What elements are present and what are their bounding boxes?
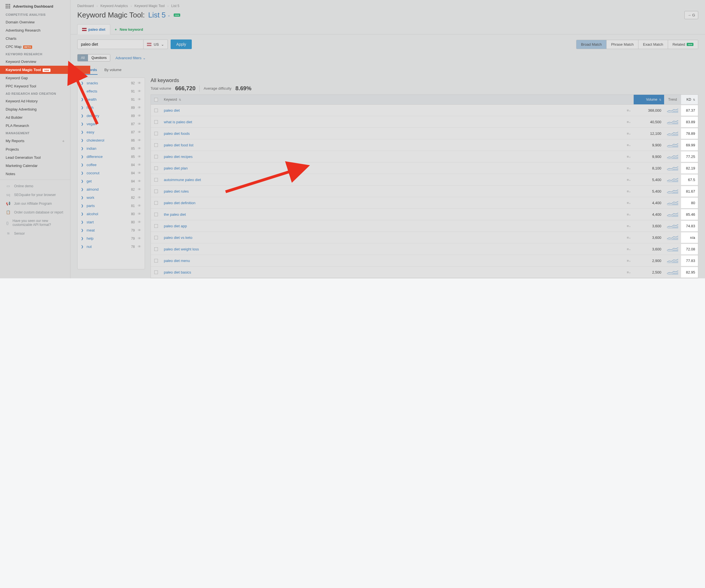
group-item[interactable]: ❯meat79👁 <box>78 226 145 234</box>
keyword-link[interactable]: autoimmune paleo diet <box>164 178 201 182</box>
keyword-link[interactable]: paleo diet food list <box>164 143 193 147</box>
group-item[interactable]: ❯difference85👁 <box>78 152 145 161</box>
keyword-link[interactable]: paleo diet weight loss <box>164 247 199 251</box>
add-to-list-icon[interactable]: ≡₊ <box>626 108 631 112</box>
keyword-link[interactable]: paleo diet foods <box>164 131 190 136</box>
group-item[interactable]: ❯almond82👁 <box>78 185 145 193</box>
group-item[interactable]: ❯snacks92👁 <box>78 79 145 87</box>
toggle-questions[interactable]: Questions <box>88 54 110 61</box>
eye-icon[interactable]: 👁 <box>138 154 141 159</box>
row-checkbox[interactable] <box>154 189 158 193</box>
sidebar-footer-item[interactable]: {}Have you seen our new customizable API… <box>0 217 70 229</box>
plus-icon[interactable]: + <box>62 138 64 143</box>
col-volume[interactable]: Volume <box>633 95 664 104</box>
add-to-list-icon[interactable]: ≡₊ <box>626 212 631 217</box>
sidebar-footer-item[interactable]: 📋Order custom database or report <box>0 208 70 217</box>
page-title-list[interactable]: List 5 ⌄ <box>148 11 170 19</box>
sidebar-item[interactable]: PPC Keyword Tool <box>0 82 70 90</box>
add-to-list-icon[interactable]: ≡₊ <box>626 131 631 136</box>
group-item[interactable]: ❯delivery89👁 <box>78 112 145 120</box>
row-checkbox[interactable] <box>154 132 158 135</box>
add-to-list-icon[interactable]: ≡₊ <box>626 166 631 170</box>
tab-new-keyword[interactable]: + New keyword <box>110 24 148 34</box>
add-to-list-icon[interactable]: ≡₊ <box>626 201 631 205</box>
keyword-link[interactable]: paleo diet definition <box>164 201 195 205</box>
group-item[interactable]: ❯vegan87👁 <box>78 120 145 128</box>
add-to-list-icon[interactable]: ≡₊ <box>626 224 631 228</box>
keyword-link[interactable]: paleo diet plan <box>164 166 188 170</box>
keyword-link[interactable]: paleo diet basics <box>164 270 191 274</box>
sidebar-item[interactable]: Lead Generation Tool <box>0 153 70 162</box>
group-item[interactable]: ❯alcohol80👁 <box>78 210 145 218</box>
group-item[interactable]: ❯nut78👁 <box>78 242 145 251</box>
match-related[interactable]: Relatednew <box>668 40 698 49</box>
sidebar-item[interactable]: Marketing Calendar <box>0 162 70 170</box>
row-checkbox[interactable] <box>154 236 158 239</box>
group-item[interactable]: ❯easy87👁 <box>78 128 145 136</box>
keyword-link[interactable]: paleo diet menu <box>164 259 190 263</box>
col-keyword[interactable]: Keyword <box>161 95 633 104</box>
group-item[interactable]: ❯start80👁 <box>78 218 145 226</box>
row-checkbox[interactable] <box>154 155 158 159</box>
eye-icon[interactable]: 👁 <box>138 236 141 240</box>
row-checkbox[interactable] <box>154 247 158 251</box>
row-checkbox[interactable] <box>154 270 158 274</box>
eye-icon[interactable]: 👁 <box>138 203 141 208</box>
sidebar-item[interactable]: Projects <box>0 145 70 153</box>
sidebar-footer-item[interactable]: sqSEOquake for your browser <box>0 190 70 199</box>
row-checkbox[interactable] <box>154 201 158 205</box>
eye-icon[interactable]: 👁 <box>138 163 141 167</box>
eye-icon[interactable]: 👁 <box>138 171 141 175</box>
eye-icon[interactable]: 👁 <box>138 105 141 110</box>
sidebar-item[interactable]: My Reports+ <box>0 136 70 145</box>
sidebar-item[interactable]: PLA Research <box>0 122 70 130</box>
group-item[interactable]: ❯indian85👁 <box>78 144 145 152</box>
row-checkbox[interactable] <box>154 224 158 228</box>
eye-icon[interactable]: 👁 <box>138 81 141 85</box>
sidebar-item[interactable]: Keyword Ad History <box>0 97 70 105</box>
sidebar-footer-item[interactable]: ▭Online demo <box>0 182 70 190</box>
group-item[interactable]: ❯effects91👁 <box>78 87 145 95</box>
sidebar-item[interactable]: Keyword Gap <box>0 74 70 82</box>
group-item[interactable]: ❯coconut84👁 <box>78 169 145 177</box>
row-checkbox[interactable] <box>154 213 158 216</box>
toggle-all[interactable]: All <box>78 54 88 61</box>
add-to-list-icon[interactable]: ≡₊ <box>626 259 631 263</box>
eye-icon[interactable]: 👁 <box>138 179 141 183</box>
sidebar-item[interactable]: Notes <box>0 170 70 178</box>
keyword-link[interactable]: the paleo diet <box>164 212 186 217</box>
breadcrumb-item[interactable]: Dashboard <box>77 4 94 8</box>
group-item[interactable]: ❯cholesterol86👁 <box>78 136 145 144</box>
match-exact-match[interactable]: Exact Match <box>639 40 668 49</box>
eye-icon[interactable]: 👁 <box>138 195 141 200</box>
select-all-checkbox[interactable] <box>154 98 158 101</box>
add-to-list-icon[interactable]: ≡₊ <box>626 154 631 159</box>
keyword-link[interactable]: paleo diet <box>164 108 180 112</box>
eye-icon[interactable]: 👁 <box>138 89 141 93</box>
add-to-list-icon[interactable]: ≡₊ <box>626 143 631 147</box>
eye-icon[interactable]: 👁 <box>138 220 141 224</box>
breadcrumb-item[interactable]: Keyword Magic Tool <box>135 4 165 8</box>
group-item[interactable]: ❯health91👁 <box>78 95 145 103</box>
row-checkbox[interactable] <box>154 259 158 263</box>
keyword-search-input[interactable] <box>77 40 144 49</box>
group-item[interactable]: ❯high89👁 <box>78 103 145 112</box>
group-item[interactable]: ❯work82👁 <box>78 193 145 201</box>
group-item[interactable]: ❯help79👁 <box>78 234 145 242</box>
eye-icon[interactable]: 👁 <box>138 114 141 118</box>
keyword-link[interactable]: paleo diet recipes <box>164 154 193 159</box>
sidebar-item[interactable]: Domain Overview <box>0 18 70 26</box>
match-phrase-match[interactable]: Phrase Match <box>607 40 639 49</box>
row-checkbox[interactable] <box>154 166 158 170</box>
country-select[interactable]: US ⌄ <box>144 40 168 49</box>
group-item[interactable]: ❯get84👁 <box>78 177 145 185</box>
breadcrumb-item[interactable]: Keyword Analytics <box>100 4 128 8</box>
add-to-list-icon[interactable]: ≡₊ <box>626 247 631 251</box>
eye-icon[interactable]: 👁 <box>138 146 141 150</box>
group-item[interactable]: ❯parts81👁 <box>78 201 145 210</box>
col-kd[interactable]: KD <box>681 95 698 104</box>
keyword-link[interactable]: what is paleo diet <box>164 120 192 124</box>
eye-icon[interactable]: 👁 <box>138 212 141 216</box>
eye-icon[interactable]: 👁 <box>138 122 141 126</box>
add-to-list-icon[interactable]: ≡₊ <box>626 120 631 124</box>
